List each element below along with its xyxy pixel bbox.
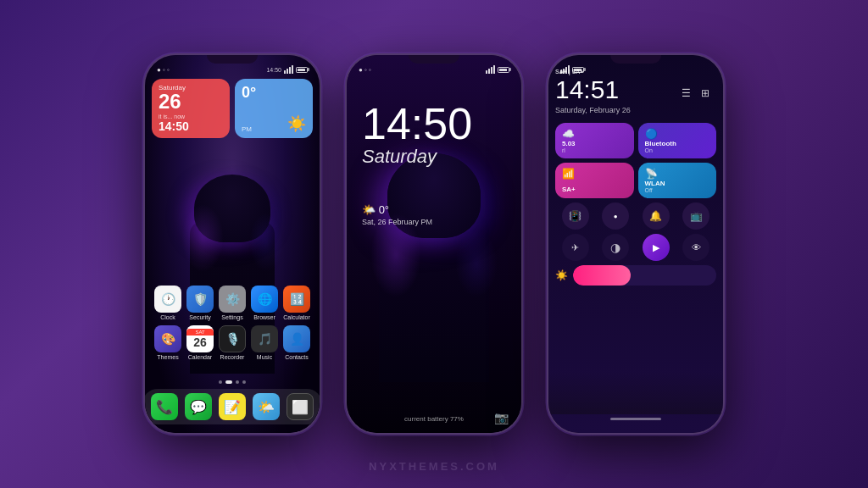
app-security-label: Security <box>189 314 210 320</box>
app-settings-label: Settings <box>221 314 242 320</box>
cc-tile-data[interactable]: ☁️ 5.03 rl <box>555 123 634 158</box>
cc-brightness-bar[interactable] <box>573 265 716 286</box>
app-security-icon: 🛡️ <box>186 286 214 313</box>
dot-1 <box>219 380 222 384</box>
status-time: 14:50 <box>266 67 281 73</box>
lock-day-name: Saturday <box>362 146 472 168</box>
app-settings[interactable]: ⚙️ Settings <box>217 286 248 320</box>
dot-3 <box>236 380 239 384</box>
lock-weather-date: Sat, 26 February PM <box>362 218 432 226</box>
dock-notes[interactable]: 📝 <box>219 393 246 420</box>
dock-camera[interactable]: ⬜ <box>287 393 314 420</box>
cc-sun-icon: ☀️ <box>555 269 568 281</box>
cc-tile-bluetooth[interactable]: 🔵 Bluetooth On <box>638 123 717 158</box>
phone-lock-screen: ● ◦ ◦ 14:50 Saturday 🌤️ <box>345 53 523 435</box>
cc-tile-row-1: ☁️ 5.03 rl 🔵 Bluetooth On <box>555 123 716 158</box>
app-calendar-label: Calendar <box>188 354 212 360</box>
battery-fill <box>298 69 305 71</box>
app-row-2: 🎨 Themes SAT 26 Calendar 🎙️ Recorder 🎵 <box>152 325 313 360</box>
app-clock-icon: 🕐 <box>154 286 181 313</box>
app-security[interactable]: 🛡️ Security <box>185 286 215 320</box>
cc-sa-label: SA+ <box>562 186 627 193</box>
widget-date[interactable]: Saturday 26 it is... now 14:50 <box>152 79 230 138</box>
cc-time-date: 14:51 Saturday, February 26 <box>555 75 631 114</box>
app-themes-label: Themes <box>157 354 178 360</box>
widget-time-text: it is... now <box>159 114 185 119</box>
cc-wlan-label: WLAN <box>645 180 710 187</box>
cc-sa-icon: 📶 <box>562 168 627 180</box>
dock-messages[interactable]: 💬 <box>185 393 212 420</box>
cc-menu-icon[interactable]: ☰ <box>682 87 697 103</box>
cc-grid-icon[interactable]: ⊞ <box>701 87 716 103</box>
cc-cast-btn[interactable]: 📺 <box>682 202 709 230</box>
dot-4 <box>242 380 246 384</box>
app-recorder[interactable]: 🎙️ Recorder <box>217 325 248 360</box>
dock-weather[interactable]: 🌤️ <box>253 393 280 420</box>
lock-camera-icon[interactable]: 📷 <box>494 411 509 424</box>
cc-battery-tip <box>584 68 586 71</box>
app-recorder-label: Recorder <box>220 354 245 360</box>
dock-phone[interactable]: 📞 <box>151 393 178 420</box>
cc-wlan-info: WLAN Off <box>645 180 710 193</box>
cc-vibrate-btn[interactable]: 📳 <box>562 202 589 230</box>
lock-status-bar: ● ◦ ◦ <box>347 62 521 77</box>
cc-app-preview <box>548 372 723 414</box>
widget-weather[interactable]: 0° PM ☀️ <box>235 79 313 138</box>
cc-bluetooth-label: Bluetooth <box>645 140 710 147</box>
cc-tile-sa[interactable]: 📶 SA+ <box>555 163 634 198</box>
widget-time-row: it is... now <box>159 114 223 119</box>
lock-status-left: ● ◦ ◦ <box>359 66 371 74</box>
app-themes[interactable]: 🎨 Themes <box>153 325 183 360</box>
app-calculator[interactable]: 🔢 Calculator <box>281 286 312 320</box>
cc-bluetooth-sub: On <box>645 147 710 153</box>
lock-weather-icon: 🌤️ <box>362 203 376 216</box>
cc-location-toggle[interactable]: ▶ <box>643 234 670 261</box>
app-calendar[interactable]: SAT 26 Calendar <box>185 325 215 360</box>
cc-data-icon: ☁️ <box>562 128 627 140</box>
home-screen: ● ◦ ◦ 14:50 Saturday 26 <box>145 55 320 433</box>
signal-bar-1 <box>284 70 286 74</box>
battery-tip <box>308 68 309 71</box>
widget-time-value: 14:50 <box>159 119 223 133</box>
cc-bluetooth-icon: 🔵 <box>645 128 710 140</box>
app-contacts[interactable]: 👤 Contacts <box>281 325 312 360</box>
cc-tile-row-2: 📶 SA+ 📡 WLAN Off <box>555 163 716 198</box>
app-grid: 🕐 Clock 🛡️ Security ⚙️ Settings 🌐 Browse… <box>145 286 320 365</box>
widget-day-number: 26 <box>159 92 223 112</box>
app-browser-label: Browser <box>253 314 275 320</box>
widget-sun-icon: ☀️ <box>287 114 306 133</box>
phone-home-screen: ● ◦ ◦ 14:50 Saturday 26 <box>143 53 321 435</box>
app-music[interactable]: 🎵 Music <box>249 325 280 360</box>
signal-bar-4 <box>292 65 293 74</box>
cc-date: Saturday, February 26 <box>555 106 631 114</box>
lock-battery-fill <box>499 69 507 71</box>
control-center-screen: SA+ | SA+ 14:51 Saturday, February 26 <box>548 55 723 433</box>
cc-eye-toggle[interactable]: 👁 <box>682 234 709 261</box>
app-clock[interactable]: 🕐 Clock <box>153 286 183 320</box>
cc-brightness-fill <box>573 265 631 286</box>
lock-signal-2 <box>488 69 490 74</box>
cc-dot-btn[interactable]: ● <box>602 202 629 230</box>
cc-time: 14:51 <box>555 75 631 104</box>
dot-2-active <box>225 380 232 384</box>
cc-airplane-toggle[interactable]: ✈ <box>562 234 589 261</box>
lock-signal-3 <box>491 67 492 74</box>
status-right-icons: 14:50 <box>266 65 308 74</box>
app-music-icon: 🎵 <box>251 325 278 352</box>
app-calendar-icon: SAT 26 <box>186 325 214 352</box>
app-browser[interactable]: 🌐 Browser <box>249 286 280 320</box>
cc-contrast-toggle[interactable]: ◑ <box>602 234 629 261</box>
app-music-label: Music <box>257 354 272 360</box>
cc-tile-wlan[interactable]: 📡 WLAN Off <box>638 163 717 198</box>
cc-header-icons: ☰ ⊞ <box>682 87 716 103</box>
app-settings-icon: ⚙️ <box>219 286 246 313</box>
cc-bottom-bar <box>610 418 661 420</box>
cc-brightness-row: ☀️ <box>555 265 716 286</box>
lock-battery-tip <box>509 68 511 71</box>
cc-header: 14:51 Saturday, February 26 ☰ ⊞ <box>555 75 716 114</box>
cc-tiles: ☁️ 5.03 rl 🔵 Bluetooth On 📶 <box>555 123 716 290</box>
app-themes-icon: 🎨 <box>154 325 181 352</box>
page-dots <box>219 380 246 384</box>
cc-bell-btn[interactable]: 🔔 <box>643 202 670 230</box>
watermark: NYXTHEMES.COM <box>369 460 499 473</box>
